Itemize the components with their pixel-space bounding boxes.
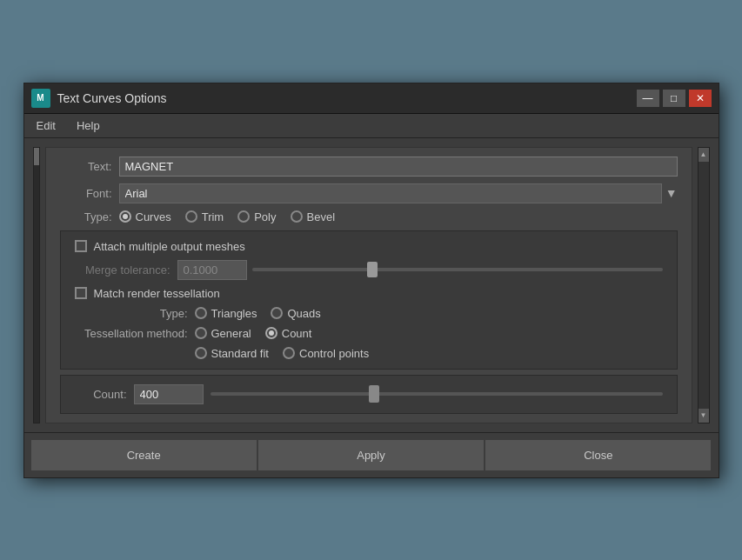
- radio-trim-label: Trim: [202, 210, 224, 223]
- radio-count-circle: [265, 327, 277, 339]
- attach-meshes-row: Attach multiple output meshes: [75, 240, 663, 253]
- merge-value-input[interactable]: [177, 260, 247, 280]
- menu-bar: Edit Help: [24, 114, 719, 138]
- app-icon-letter: M: [37, 93, 43, 103]
- close-dialog-button[interactable]: Close: [485, 440, 711, 470]
- bottom-buttons: Create Apply Close: [24, 432, 719, 477]
- title-controls: — □ ✕: [637, 90, 712, 107]
- radio-control-points-circle: [283, 347, 295, 359]
- font-label: Font:: [60, 187, 112, 200]
- left-scrollbar[interactable]: [33, 147, 40, 423]
- type-row: Type: Curves Trim Poly: [60, 210, 678, 223]
- radio-standard-fit-label: Standard fit: [211, 347, 270, 360]
- radio-count-label: Count: [282, 327, 312, 340]
- merge-slider-container: [177, 260, 663, 280]
- radio-quads-label: Quads: [287, 307, 320, 320]
- tess-method-radio-group: General Count: [195, 327, 312, 340]
- text-label: Text:: [60, 160, 112, 173]
- radio-control-points[interactable]: Control points: [283, 347, 369, 360]
- radio-poly-circle: [237, 210, 250, 223]
- count-slider-track[interactable]: [211, 392, 663, 396]
- font-select-container: Arial ▼: [119, 183, 678, 203]
- radio-standard-fit[interactable]: Standard fit: [195, 347, 270, 360]
- text-row: Text:: [60, 157, 678, 177]
- match-tessellation-row: Match render tessellation: [75, 287, 663, 300]
- match-tessellation-checkbox[interactable]: [75, 287, 87, 299]
- radio-curves[interactable]: Curves: [119, 210, 171, 223]
- radio-trim-circle: [185, 210, 197, 223]
- chevron-down-icon: ▼: [665, 186, 678, 200]
- dialog-title: Text Curves Options: [57, 91, 167, 105]
- count-label: Count:: [75, 388, 127, 401]
- count-input[interactable]: [134, 384, 204, 404]
- tess-type-row: Type: Triangles Quads: [75, 307, 663, 320]
- create-button[interactable]: Create: [31, 440, 257, 470]
- type-radio-group: Curves Trim Poly Bevel: [119, 210, 336, 223]
- match-tessellation-label: Match render tessellation: [94, 287, 220, 300]
- tess-type-radio-group: Triangles Quads: [195, 307, 321, 320]
- title-bar-left: M Text Curves Options: [31, 89, 167, 108]
- tess-type-label: Type:: [75, 307, 188, 320]
- type-label: Type:: [60, 210, 112, 223]
- radio-trim[interactable]: Trim: [185, 210, 224, 223]
- radio-quads[interactable]: Quads: [271, 307, 320, 320]
- count-slider-thumb[interactable]: [369, 385, 379, 403]
- tess-method-radio-group2: Standard fit Control points: [195, 347, 370, 360]
- main-panel: Text: Font: Arial ▼ Type:: [45, 147, 692, 423]
- radio-standard-fit-circle: [195, 347, 207, 359]
- inner-section: Attach multiple output meshes Merge tole…: [60, 230, 678, 370]
- radio-triangles[interactable]: Triangles: [195, 307, 257, 320]
- dialog-content: Text: Font: Arial ▼ Type:: [24, 138, 719, 432]
- radio-curves-label: Curves: [136, 210, 171, 223]
- attach-meshes-label: Attach multiple output meshes: [94, 240, 245, 253]
- minimize-button[interactable]: —: [637, 90, 659, 107]
- close-button[interactable]: ✕: [689, 90, 712, 107]
- merge-tolerance-label: Merge tolerance:: [75, 263, 170, 277]
- menu-help[interactable]: Help: [73, 117, 104, 134]
- menu-edit[interactable]: Edit: [33, 117, 59, 134]
- scroll-down-button[interactable]: ▼: [699, 409, 709, 423]
- count-row: Count:: [75, 384, 663, 404]
- radio-bevel[interactable]: Bevel: [291, 210, 336, 223]
- merge-slider-track[interactable]: [252, 268, 663, 271]
- apply-button[interactable]: Apply: [258, 440, 484, 470]
- title-bar: M Text Curves Options — □ ✕: [24, 83, 719, 114]
- radio-curves-circle: [119, 210, 131, 223]
- radio-quads-circle: [271, 307, 283, 319]
- tess-method-label: Tessellation method:: [75, 327, 188, 340]
- text-curves-dialog: M Text Curves Options — □ ✕ Edit Help Te…: [23, 83, 719, 478]
- radio-general-circle: [195, 327, 207, 339]
- scroll-track: [699, 162, 709, 409]
- left-scrollbar-thumb[interactable]: [34, 148, 39, 165]
- app-icon: M: [31, 89, 50, 108]
- radio-poly-label: Poly: [254, 210, 276, 223]
- right-scrollbar[interactable]: ▲ ▼: [698, 147, 710, 423]
- count-section: Count:: [60, 375, 678, 414]
- maximize-button[interactable]: □: [663, 90, 685, 107]
- radio-general-label: General: [211, 327, 251, 340]
- radio-poly[interactable]: Poly: [237, 210, 276, 223]
- radio-control-points-label: Control points: [299, 347, 369, 360]
- radio-triangles-label: Triangles: [211, 307, 257, 320]
- text-input[interactable]: [119, 157, 678, 177]
- radio-bevel-label: Bevel: [307, 210, 336, 223]
- scroll-up-button[interactable]: ▲: [699, 148, 709, 162]
- merge-tolerance-row: Merge tolerance:: [75, 260, 663, 280]
- font-select[interactable]: Arial: [119, 183, 662, 203]
- radio-count[interactable]: Count: [265, 327, 312, 340]
- merge-slider-thumb[interactable]: [367, 262, 378, 277]
- tess-method-row: Tessellation method: General Count: [75, 327, 663, 340]
- attach-meshes-checkbox[interactable]: [75, 240, 87, 252]
- form-section: Text: Font: Arial ▼ Type:: [45, 147, 692, 423]
- radio-general[interactable]: General: [195, 327, 251, 340]
- radio-bevel-circle: [291, 210, 303, 223]
- font-row: Font: Arial ▼: [60, 183, 678, 203]
- tess-method-row2: Standard fit Control points: [75, 347, 663, 360]
- radio-triangles-circle: [195, 307, 207, 319]
